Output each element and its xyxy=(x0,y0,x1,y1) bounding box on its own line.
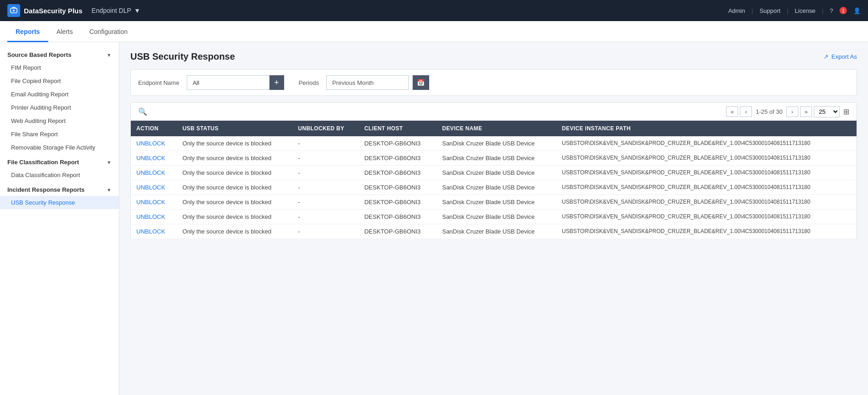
col-action: ACTION xyxy=(131,121,177,136)
cell-device-instance-path-5: USBSTOR\DISK&VEN_SANDISK&PROD_CRUZER_BLA… xyxy=(556,210,857,224)
cell-usb-status-5: Only the source device is blocked xyxy=(177,210,293,224)
cell-device-instance-path-4: USBSTOR\DISK&VEN_SANDISK&PROD_CRUZER_BLA… xyxy=(556,195,857,210)
topbar-left: DataSecurity Plus Endpoint DLP ▼ xyxy=(7,4,140,17)
cell-unblocked-by-2: - xyxy=(292,166,359,180)
sidebar-item-usb-security-response[interactable]: USB Security Response xyxy=(0,196,119,209)
topbar: DataSecurity Plus Endpoint DLP ▼ Admin |… xyxy=(0,0,868,21)
cell-client-host-6: DESKTOP-GB6ONI3 xyxy=(359,224,437,239)
notif-count: 1 xyxy=(840,7,847,14)
filter-bar: Endpoint Name + Periods 📅 xyxy=(130,69,857,96)
cell-unblocked-by-3: - xyxy=(292,180,359,195)
cell-unblocked-by-1: - xyxy=(292,151,359,166)
period-group: 📅 xyxy=(326,75,429,90)
divider-2: | xyxy=(787,7,788,14)
license-link[interactable]: License xyxy=(795,7,816,14)
tab-reports[interactable]: Reports xyxy=(7,22,48,42)
prev-page-button[interactable]: ‹ xyxy=(740,106,752,117)
cell-action-6[interactable]: UNBLOCK xyxy=(131,224,177,239)
cell-client-host-3: DESKTOP-GB6ONI3 xyxy=(359,180,437,195)
add-endpoint-button[interactable]: + xyxy=(269,75,284,90)
per-page-select[interactable]: 25 50 100 xyxy=(814,106,840,117)
brand-icon xyxy=(7,4,20,17)
user-avatar-icon[interactable]: 👤 xyxy=(853,7,861,14)
notification-badge[interactable]: 1 xyxy=(840,7,847,15)
cell-action-5[interactable]: UNBLOCK xyxy=(131,210,177,224)
admin-link[interactable]: Admin xyxy=(728,7,745,14)
sidebar-item-file-copied-report[interactable]: File Copied Report xyxy=(0,74,119,88)
search-button[interactable]: 🔍 xyxy=(136,106,149,118)
cell-device-instance-path-3: USBSTOR\DISK&VEN_SANDISK&PROD_CRUZER_BLA… xyxy=(556,180,857,195)
cell-device-instance-path-2: USBSTOR\DISK&VEN_SANDISK&PROD_CRUZER_BLA… xyxy=(556,166,857,180)
col-usb-status: USB STATUS xyxy=(177,121,293,136)
module-selector[interactable]: Endpoint DLP ▼ xyxy=(92,7,140,14)
sidebar-section-file-classification-label: File Classification Report xyxy=(7,159,79,166)
sidebar: Source Based Reports ▼ FIM Report File C… xyxy=(0,42,119,395)
brand: DataSecurity Plus xyxy=(7,4,83,17)
calendar-button[interactable]: 📅 xyxy=(413,75,429,90)
endpoint-name-input[interactable] xyxy=(187,75,269,90)
chevron-down-icon-2: ▼ xyxy=(106,160,112,165)
chevron-down-icon: ▼ xyxy=(106,52,112,58)
module-name: Endpoint DLP xyxy=(92,7,131,14)
export-button[interactable]: ↗ Export As xyxy=(823,53,857,60)
cell-client-host-5: DESKTOP-GB6ONI3 xyxy=(359,210,437,224)
col-device-instance-path: DEVICE INSTANCE PATH xyxy=(556,121,857,136)
table-row: UNBLOCK Only the source device is blocke… xyxy=(131,224,857,239)
sidebar-item-file-share-report[interactable]: File Share Report xyxy=(0,128,119,141)
search-icon: 🔍 xyxy=(138,108,147,116)
columns-settings-button[interactable]: ⊞ xyxy=(841,106,851,118)
sidebar-item-data-classification-report[interactable]: Data Classification Report xyxy=(0,168,119,182)
divider-3: | xyxy=(822,7,823,14)
sidebar-section-source-based[interactable]: Source Based Reports ▼ xyxy=(0,47,119,61)
table-row: UNBLOCK Only the source device is blocke… xyxy=(131,210,857,224)
table-header-row: ACTION USB STATUS UNBLOCKED BY CLIENT HO… xyxy=(131,121,857,136)
sidebar-section-file-classification[interactable]: File Classification Report ▼ xyxy=(0,154,119,168)
cell-action-4[interactable]: UNBLOCK xyxy=(131,195,177,210)
table-row: UNBLOCK Only the source device is blocke… xyxy=(131,180,857,195)
cell-usb-status-4: Only the source device is blocked xyxy=(177,195,293,210)
next-page-button[interactable]: › xyxy=(786,106,798,117)
cell-client-host-2: DESKTOP-GB6ONI3 xyxy=(359,166,437,180)
content-area: USB Security Response ↗ Export As Endpoi… xyxy=(119,42,868,395)
support-link[interactable]: Support xyxy=(760,7,781,14)
cell-action-3[interactable]: UNBLOCK xyxy=(131,180,177,195)
sidebar-section-incident-response[interactable]: Incident Response Reports ▼ xyxy=(0,182,119,196)
cell-action-1[interactable]: UNBLOCK xyxy=(131,151,177,166)
tab-configuration[interactable]: Configuration xyxy=(81,22,136,42)
cell-device-instance-path-6: USBSTOR\DISK&VEN_SANDISK&PROD_CRUZER_BLA… xyxy=(556,224,857,239)
table-row: UNBLOCK Only the source device is blocke… xyxy=(131,136,857,151)
first-page-button[interactable]: « xyxy=(726,106,738,117)
cell-usb-status-1: Only the source device is blocked xyxy=(177,151,293,166)
cell-usb-status-3: Only the source device is blocked xyxy=(177,180,293,195)
sidebar-item-email-auditing-report[interactable]: Email Auditing Report xyxy=(0,88,119,101)
cell-device-name-1: SanDisk Cruzer Blade USB Device xyxy=(437,151,556,166)
sidebar-item-web-auditing-report[interactable]: Web Auditing Report xyxy=(0,114,119,128)
cell-action-2[interactable]: UNBLOCK xyxy=(131,166,177,180)
cell-client-host-1: DESKTOP-GB6ONI3 xyxy=(359,151,437,166)
table-row: UNBLOCK Only the source device is blocke… xyxy=(131,166,857,180)
page-header: USB Security Response ↗ Export As xyxy=(130,51,857,62)
cell-usb-status-6: Only the source device is blocked xyxy=(177,224,293,239)
help-link[interactable]: ? xyxy=(830,7,833,14)
cell-device-instance-path-1: USBSTOR\DISK&VEN_SANDISK&PROD_CRUZER_BLA… xyxy=(556,151,857,166)
calendar-icon: 📅 xyxy=(417,79,425,86)
page-range: 1-25 of 30 xyxy=(756,108,783,115)
sidebar-item-fim-report[interactable]: FIM Report xyxy=(0,61,119,74)
sidebar-item-removable-storage[interactable]: Removable Storage File Activity xyxy=(0,141,119,154)
cell-unblocked-by-5: - xyxy=(292,210,359,224)
sidebar-item-printer-auditing-report[interactable]: Printer Auditing Report xyxy=(0,101,119,114)
cell-action-0[interactable]: UNBLOCK xyxy=(131,136,177,151)
tab-alerts[interactable]: Alerts xyxy=(48,22,81,42)
cell-client-host-0: DESKTOP-GB6ONI3 xyxy=(359,136,437,151)
topbar-right: Admin | Support | License | ? 1 👤 xyxy=(728,7,861,15)
cell-unblocked-by-6: - xyxy=(292,224,359,239)
period-input[interactable] xyxy=(326,75,409,90)
svg-point-1 xyxy=(13,10,15,11)
last-page-button[interactable]: » xyxy=(800,106,812,117)
export-label: Export As xyxy=(831,53,857,60)
sidebar-section-source-based-label: Source Based Reports xyxy=(7,51,71,58)
cell-usb-status-2: Only the source device is blocked xyxy=(177,166,293,180)
chevron-down-icon-3: ▼ xyxy=(106,187,112,193)
sidebar-section-incident-response-label: Incident Response Reports xyxy=(7,186,84,193)
cell-device-name-0: SanDisk Cruzer Blade USB Device xyxy=(437,136,556,151)
